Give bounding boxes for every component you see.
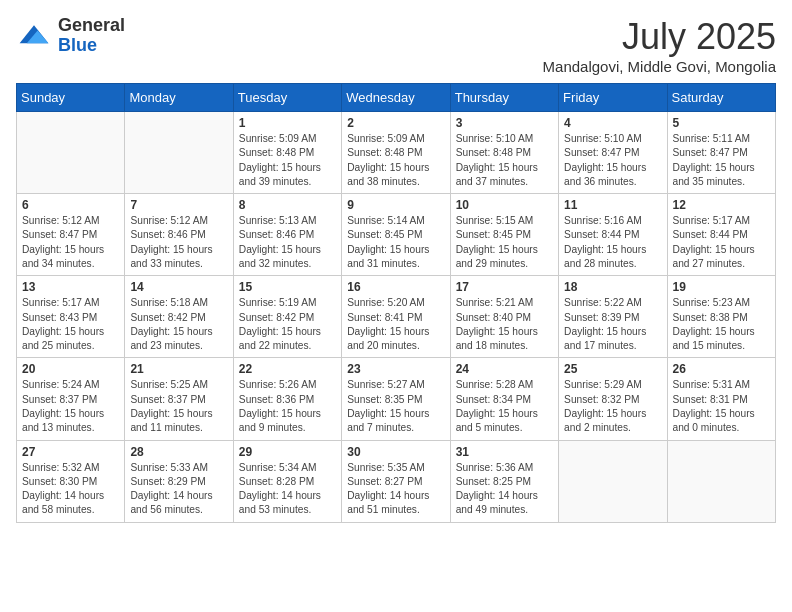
- calendar-cell: 20Sunrise: 5:24 AM Sunset: 8:37 PM Dayli…: [17, 358, 125, 440]
- calendar-cell: 14Sunrise: 5:18 AM Sunset: 8:42 PM Dayli…: [125, 276, 233, 358]
- day-info: Sunrise: 5:27 AM Sunset: 8:35 PM Dayligh…: [347, 378, 444, 435]
- day-number: 19: [673, 280, 770, 294]
- calendar-cell: 12Sunrise: 5:17 AM Sunset: 8:44 PM Dayli…: [667, 194, 775, 276]
- calendar-week-4: 20Sunrise: 5:24 AM Sunset: 8:37 PM Dayli…: [17, 358, 776, 440]
- day-info: Sunrise: 5:28 AM Sunset: 8:34 PM Dayligh…: [456, 378, 553, 435]
- day-info: Sunrise: 5:20 AM Sunset: 8:41 PM Dayligh…: [347, 296, 444, 353]
- calendar-cell: 29Sunrise: 5:34 AM Sunset: 8:28 PM Dayli…: [233, 440, 341, 522]
- day-info: Sunrise: 5:17 AM Sunset: 8:44 PM Dayligh…: [673, 214, 770, 271]
- day-info: Sunrise: 5:09 AM Sunset: 8:48 PM Dayligh…: [347, 132, 444, 189]
- calendar-cell: 24Sunrise: 5:28 AM Sunset: 8:34 PM Dayli…: [450, 358, 558, 440]
- day-info: Sunrise: 5:22 AM Sunset: 8:39 PM Dayligh…: [564, 296, 661, 353]
- day-number: 11: [564, 198, 661, 212]
- calendar: SundayMondayTuesdayWednesdayThursdayFrid…: [16, 83, 776, 523]
- calendar-cell: 4Sunrise: 5:10 AM Sunset: 8:47 PM Daylig…: [559, 112, 667, 194]
- calendar-header-thursday: Thursday: [450, 84, 558, 112]
- logo-general: General: [58, 16, 125, 36]
- calendar-cell: 17Sunrise: 5:21 AM Sunset: 8:40 PM Dayli…: [450, 276, 558, 358]
- day-number: 9: [347, 198, 444, 212]
- calendar-cell: 25Sunrise: 5:29 AM Sunset: 8:32 PM Dayli…: [559, 358, 667, 440]
- day-number: 6: [22, 198, 119, 212]
- day-number: 16: [347, 280, 444, 294]
- day-number: 8: [239, 198, 336, 212]
- calendar-cell: 2Sunrise: 5:09 AM Sunset: 8:48 PM Daylig…: [342, 112, 450, 194]
- day-info: Sunrise: 5:17 AM Sunset: 8:43 PM Dayligh…: [22, 296, 119, 353]
- calendar-header-row: SundayMondayTuesdayWednesdayThursdayFrid…: [17, 84, 776, 112]
- day-info: Sunrise: 5:23 AM Sunset: 8:38 PM Dayligh…: [673, 296, 770, 353]
- calendar-cell: 28Sunrise: 5:33 AM Sunset: 8:29 PM Dayli…: [125, 440, 233, 522]
- calendar-cell: [667, 440, 775, 522]
- day-info: Sunrise: 5:24 AM Sunset: 8:37 PM Dayligh…: [22, 378, 119, 435]
- calendar-cell: 8Sunrise: 5:13 AM Sunset: 8:46 PM Daylig…: [233, 194, 341, 276]
- day-number: 10: [456, 198, 553, 212]
- day-info: Sunrise: 5:11 AM Sunset: 8:47 PM Dayligh…: [673, 132, 770, 189]
- calendar-cell: 5Sunrise: 5:11 AM Sunset: 8:47 PM Daylig…: [667, 112, 775, 194]
- day-info: Sunrise: 5:26 AM Sunset: 8:36 PM Dayligh…: [239, 378, 336, 435]
- day-number: 13: [22, 280, 119, 294]
- day-info: Sunrise: 5:12 AM Sunset: 8:47 PM Dayligh…: [22, 214, 119, 271]
- day-number: 5: [673, 116, 770, 130]
- calendar-cell: 31Sunrise: 5:36 AM Sunset: 8:25 PM Dayli…: [450, 440, 558, 522]
- day-number: 7: [130, 198, 227, 212]
- day-number: 30: [347, 445, 444, 459]
- day-info: Sunrise: 5:32 AM Sunset: 8:30 PM Dayligh…: [22, 461, 119, 518]
- day-number: 31: [456, 445, 553, 459]
- calendar-cell: 6Sunrise: 5:12 AM Sunset: 8:47 PM Daylig…: [17, 194, 125, 276]
- calendar-cell: 10Sunrise: 5:15 AM Sunset: 8:45 PM Dayli…: [450, 194, 558, 276]
- day-info: Sunrise: 5:18 AM Sunset: 8:42 PM Dayligh…: [130, 296, 227, 353]
- logo-icon: [16, 18, 52, 54]
- day-number: 17: [456, 280, 553, 294]
- day-info: Sunrise: 5:29 AM Sunset: 8:32 PM Dayligh…: [564, 378, 661, 435]
- day-number: 28: [130, 445, 227, 459]
- day-info: Sunrise: 5:10 AM Sunset: 8:48 PM Dayligh…: [456, 132, 553, 189]
- day-number: 29: [239, 445, 336, 459]
- day-number: 14: [130, 280, 227, 294]
- calendar-header-wednesday: Wednesday: [342, 84, 450, 112]
- day-number: 22: [239, 362, 336, 376]
- day-info: Sunrise: 5:21 AM Sunset: 8:40 PM Dayligh…: [456, 296, 553, 353]
- day-number: 20: [22, 362, 119, 376]
- page-header: General Blue July 2025 Mandalgovi, Middl…: [16, 16, 776, 75]
- day-info: Sunrise: 5:14 AM Sunset: 8:45 PM Dayligh…: [347, 214, 444, 271]
- day-info: Sunrise: 5:12 AM Sunset: 8:46 PM Dayligh…: [130, 214, 227, 271]
- calendar-week-3: 13Sunrise: 5:17 AM Sunset: 8:43 PM Dayli…: [17, 276, 776, 358]
- calendar-cell: 1Sunrise: 5:09 AM Sunset: 8:48 PM Daylig…: [233, 112, 341, 194]
- day-info: Sunrise: 5:31 AM Sunset: 8:31 PM Dayligh…: [673, 378, 770, 435]
- day-number: 25: [564, 362, 661, 376]
- day-info: Sunrise: 5:34 AM Sunset: 8:28 PM Dayligh…: [239, 461, 336, 518]
- day-info: Sunrise: 5:33 AM Sunset: 8:29 PM Dayligh…: [130, 461, 227, 518]
- calendar-cell: 7Sunrise: 5:12 AM Sunset: 8:46 PM Daylig…: [125, 194, 233, 276]
- calendar-cell: 27Sunrise: 5:32 AM Sunset: 8:30 PM Dayli…: [17, 440, 125, 522]
- calendar-cell: 11Sunrise: 5:16 AM Sunset: 8:44 PM Dayli…: [559, 194, 667, 276]
- calendar-header-saturday: Saturday: [667, 84, 775, 112]
- day-number: 26: [673, 362, 770, 376]
- calendar-header-tuesday: Tuesday: [233, 84, 341, 112]
- day-number: 23: [347, 362, 444, 376]
- calendar-header-friday: Friday: [559, 84, 667, 112]
- day-number: 18: [564, 280, 661, 294]
- day-info: Sunrise: 5:15 AM Sunset: 8:45 PM Dayligh…: [456, 214, 553, 271]
- calendar-cell: 26Sunrise: 5:31 AM Sunset: 8:31 PM Dayli…: [667, 358, 775, 440]
- day-info: Sunrise: 5:19 AM Sunset: 8:42 PM Dayligh…: [239, 296, 336, 353]
- calendar-header-monday: Monday: [125, 84, 233, 112]
- day-number: 21: [130, 362, 227, 376]
- day-info: Sunrise: 5:36 AM Sunset: 8:25 PM Dayligh…: [456, 461, 553, 518]
- day-info: Sunrise: 5:09 AM Sunset: 8:48 PM Dayligh…: [239, 132, 336, 189]
- calendar-cell: [17, 112, 125, 194]
- calendar-body: 1Sunrise: 5:09 AM Sunset: 8:48 PM Daylig…: [17, 112, 776, 523]
- calendar-header-sunday: Sunday: [17, 84, 125, 112]
- title-area: July 2025 Mandalgovi, Middle Govi, Mongo…: [543, 16, 776, 75]
- calendar-cell: 23Sunrise: 5:27 AM Sunset: 8:35 PM Dayli…: [342, 358, 450, 440]
- day-number: 27: [22, 445, 119, 459]
- logo-blue: Blue: [58, 36, 125, 56]
- day-number: 15: [239, 280, 336, 294]
- day-info: Sunrise: 5:10 AM Sunset: 8:47 PM Dayligh…: [564, 132, 661, 189]
- location-title: Mandalgovi, Middle Govi, Mongolia: [543, 58, 776, 75]
- calendar-cell: 18Sunrise: 5:22 AM Sunset: 8:39 PM Dayli…: [559, 276, 667, 358]
- calendar-week-5: 27Sunrise: 5:32 AM Sunset: 8:30 PM Dayli…: [17, 440, 776, 522]
- calendar-cell: 13Sunrise: 5:17 AM Sunset: 8:43 PM Dayli…: [17, 276, 125, 358]
- day-number: 24: [456, 362, 553, 376]
- calendar-cell: 30Sunrise: 5:35 AM Sunset: 8:27 PM Dayli…: [342, 440, 450, 522]
- calendar-cell: 21Sunrise: 5:25 AM Sunset: 8:37 PM Dayli…: [125, 358, 233, 440]
- calendar-cell: [125, 112, 233, 194]
